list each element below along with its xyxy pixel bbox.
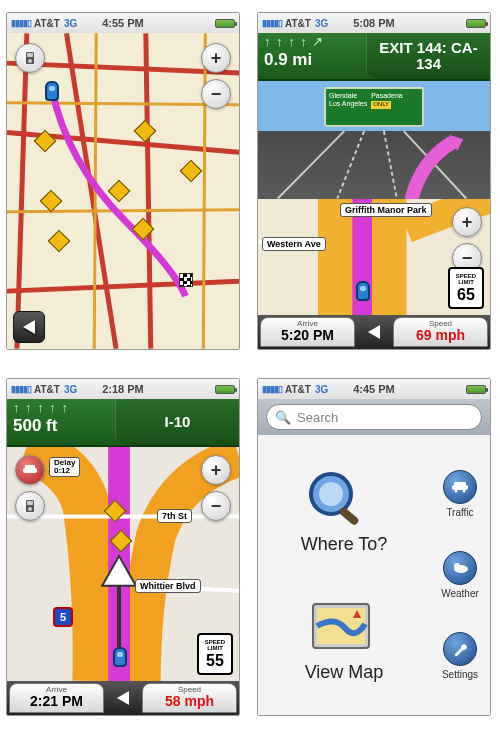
svg-line-8 <box>203 33 205 348</box>
svg-point-12 <box>28 59 32 63</box>
speed-limit-sign: SPEED LIMIT 55 <box>197 633 233 675</box>
back-arrow-icon <box>368 325 380 339</box>
carrier-label: AT&T <box>34 18 60 29</box>
zoom-in-button[interactable]: + <box>201 43 231 73</box>
back-arrow-icon <box>23 320 35 334</box>
vehicle-icon <box>113 647 127 667</box>
zoom-in-button[interactable]: + <box>452 207 482 237</box>
speed-limit-text: LIMIT <box>207 645 223 651</box>
network-label: 3G <box>315 18 328 29</box>
zoom-out-button[interactable]: − <box>201 79 231 109</box>
search-input[interactable]: 🔍 Search <box>266 404 482 430</box>
speed-limit-text: LIMIT <box>458 279 474 285</box>
ipod-icon <box>23 51 37 65</box>
street-label: 7th St <box>157 509 192 523</box>
signal-icon: ▮▮▮▮▯ <box>262 18 282 28</box>
lane-arrows: ↑ ↑ ↑ ↑ ↑ <box>13 401 109 414</box>
speed-value: 69 mph <box>416 328 465 343</box>
zoom-in-button[interactable]: + <box>201 455 231 485</box>
delay-chip: Delay 0:12 <box>49 457 80 477</box>
screen-home-menu: ▮▮▮▮▯ AT&T 3G 4:45 PM 🔍 Search Where To? <box>257 378 491 716</box>
ipod-button[interactable] <box>15 43 45 73</box>
exit-label: EXIT 144: CA-134 <box>366 33 490 79</box>
status-bar: ▮▮▮▮▯ AT&T 3G 5:08 PM <box>258 13 490 33</box>
speed-limit-sign: SPEED LIMIT 65 <box>448 267 484 309</box>
turn-banner-left: ↑ ↑ ↑ ↑ ↗ 0.9 mi <box>258 33 366 79</box>
speed-limit-value: 55 <box>206 653 224 669</box>
turn-banner-left: ↑ ↑ ↑ ↑ ↑ 500 ft <box>7 399 115 445</box>
zoom-out-button[interactable]: − <box>201 491 231 521</box>
vehicle-icon <box>45 81 59 101</box>
svg-rect-20 <box>25 465 35 469</box>
svg-point-25 <box>319 482 343 506</box>
svg-rect-26 <box>337 506 359 526</box>
turn-distance: 500 ft <box>13 416 109 436</box>
screen-map-overview: ▮▮▮▮▯ AT&T 3G 4:55 PM + − <box>6 12 240 350</box>
speed-panel[interactable]: Speed 58 mph <box>142 683 237 713</box>
battery-icon <box>466 19 486 28</box>
park-label: Griffith Manor Park <box>340 203 432 217</box>
traffic-car-icon <box>22 464 38 476</box>
svg-point-34 <box>454 565 468 573</box>
battery-icon <box>215 19 235 28</box>
delay-value: 0:12 <box>54 467 75 475</box>
back-button[interactable] <box>106 681 140 715</box>
svg-rect-22 <box>27 501 33 505</box>
search-placeholder: Search <box>297 410 338 425</box>
lane-arrows: ↑ ↑ ↑ ↑ ↗ <box>264 35 360 48</box>
lane-lines <box>258 81 490 199</box>
lane-3d-view: GlendaleLos Angeles PasadenaONLY <box>258 81 490 199</box>
street-label: Whittier Blvd <box>135 579 201 593</box>
svg-point-32 <box>463 489 466 492</box>
weather-button[interactable]: Weather <box>441 551 479 599</box>
status-bar: ▮▮▮▮▯ AT&T 3G 4:55 PM <box>7 13 239 33</box>
arrive-value: 5:20 PM <box>281 328 334 343</box>
bottom-bar: Arrive 2:21 PM Speed 58 mph <box>7 681 239 715</box>
view-map-button[interactable]: View Map <box>305 596 384 683</box>
signal-icon: ▮▮▮▮▯ <box>262 384 282 394</box>
magnifier-icon <box>301 468 373 528</box>
battery-icon <box>215 385 235 394</box>
turn-distance: 0.9 mi <box>264 50 360 70</box>
screen-navigation: ▮▮▮▮▯ AT&T 3G 2:18 PM ↑ ↑ ↑ ↑ ↑ 500 ft I… <box>6 378 240 716</box>
status-bar: ▮▮▮▮▯ AT&T 3G 4:45 PM <box>258 379 490 399</box>
traffic-icon <box>443 470 477 504</box>
arrive-value: 2:21 PM <box>30 694 83 709</box>
arrive-panel[interactable]: Arrive 5:20 PM <box>260 317 355 347</box>
clock: 4:45 PM <box>353 383 395 395</box>
back-button[interactable] <box>357 315 391 349</box>
bottom-bar: Arrive 5:20 PM Speed 69 mph <box>258 315 490 349</box>
clock: 2:18 PM <box>102 383 144 395</box>
signal-icon: ▮▮▮▮▯ <box>11 18 31 28</box>
where-to-button[interactable]: Where To? <box>301 468 388 555</box>
traffic-alert-button[interactable] <box>15 455 45 485</box>
main-menu: Where To? View Map <box>258 435 430 715</box>
settings-label: Settings <box>442 669 478 680</box>
map-icon <box>305 596 377 656</box>
clock: 4:55 PM <box>102 17 144 29</box>
turn-banner[interactable]: ↑ ↑ ↑ ↑ ↑ 500 ft I-10 <box>7 399 239 447</box>
street-label: Western Ave <box>262 237 326 251</box>
battery-icon <box>466 385 486 394</box>
turn-banner[interactable]: ↑ ↑ ↑ ↑ ↗ 0.9 mi EXIT 144: CA-134 <box>258 33 490 81</box>
arrive-panel[interactable]: Arrive 2:21 PM <box>9 683 104 713</box>
weather-icon <box>443 551 477 585</box>
destination-flag-icon <box>179 273 193 287</box>
signal-icon: ▮▮▮▮▯ <box>11 384 31 394</box>
svg-point-23 <box>28 507 32 511</box>
status-bar: ▮▮▮▮▯ AT&T 3G 2:18 PM <box>7 379 239 399</box>
road-name: I-10 <box>115 399 239 445</box>
settings-button[interactable]: Settings <box>442 632 478 680</box>
weather-label: Weather <box>441 588 479 599</box>
svg-rect-30 <box>454 482 466 486</box>
view-map-label: View Map <box>305 662 384 683</box>
speed-panel[interactable]: Speed 69 mph <box>393 317 488 347</box>
back-button[interactable] <box>13 311 45 343</box>
traffic-label: Traffic <box>446 507 473 518</box>
traffic-button[interactable]: Traffic <box>443 470 477 518</box>
network-label: 3G <box>64 18 77 29</box>
map-canvas[interactable] <box>7 33 239 349</box>
speed-limit-value: 65 <box>457 287 475 303</box>
svg-line-2 <box>17 33 27 348</box>
ipod-button[interactable] <box>15 491 45 521</box>
